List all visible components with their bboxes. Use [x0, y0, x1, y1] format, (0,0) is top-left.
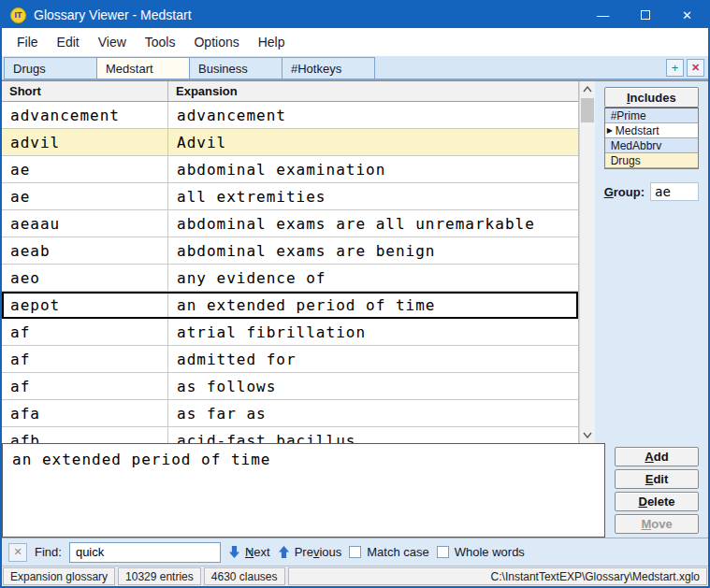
- find-previous-label: Previous: [295, 545, 342, 559]
- menu-item[interactable]: Tools: [136, 31, 185, 53]
- cell-expansion: advancement: [168, 102, 578, 128]
- include-item[interactable]: ▶ Medstart: [605, 123, 698, 138]
- cell-expansion: as follows: [168, 373, 578, 399]
- expansion-preview: an extended period of time: [2, 443, 605, 538]
- cell-short: aeab: [2, 237, 168, 264]
- scroll-down-icon[interactable]: [580, 427, 595, 443]
- menu-item[interactable]: View: [89, 31, 136, 53]
- previous-arrow-icon: [278, 545, 290, 559]
- scrollbar-thumb[interactable]: [581, 98, 594, 122]
- maximize-button[interactable]: [624, 2, 666, 28]
- table-row[interactable]: afb acid-fast bacillus: [2, 427, 578, 443]
- scroll-up-icon[interactable]: [580, 81, 595, 97]
- minimize-button[interactable]: —: [582, 2, 624, 28]
- cell-short: af: [2, 373, 168, 399]
- edit-button[interactable]: Edit: [615, 469, 699, 489]
- tab-label: Medstart: [106, 62, 153, 76]
- whole-words-option[interactable]: Whole words: [437, 545, 525, 559]
- tab-label: #Hotkeys: [291, 62, 341, 76]
- cell-expansion: Advil: [168, 129, 578, 155]
- find-close-button[interactable]: ✕: [8, 543, 27, 562]
- match-case-checkbox[interactable]: [349, 546, 361, 558]
- include-label: #Prime: [611, 109, 646, 122]
- group-input[interactable]: [650, 182, 699, 201]
- menu-item[interactable]: Edit: [48, 31, 89, 53]
- table-row[interactable]: aeab abdominal exams are benign: [2, 237, 578, 265]
- close-button[interactable]: ✕: [666, 2, 708, 28]
- includes-button[interactable]: Includes: [604, 87, 699, 108]
- table-row[interactable]: aeo any evidence of: [2, 265, 578, 292]
- maximize-icon: [641, 10, 650, 20]
- match-case-label: Match case: [367, 545, 428, 559]
- column-header-short[interactable]: Short: [2, 81, 168, 101]
- include-item[interactable]: ▶ MedAbbrv: [605, 138, 698, 153]
- table-row[interactable]: af atrial fibrillation: [2, 319, 578, 346]
- app-window: IT Glossary Viewer - Medstart — ✕ File E…: [0, 0, 710, 588]
- window-title: Glossary Viewer - Medstart: [34, 7, 582, 22]
- glossary-table: Short Expansion advancement advancement …: [2, 81, 595, 443]
- find-label: Find:: [35, 545, 62, 559]
- glossary-grid: Short Expansion advancement advancement …: [2, 81, 579, 443]
- move-button: Move: [615, 514, 699, 534]
- include-label: Medstart: [616, 124, 659, 137]
- cell-short: aepot: [2, 292, 168, 318]
- include-label: Drugs: [611, 154, 641, 167]
- cell-short: af: [2, 346, 168, 372]
- group-row: Group:: [604, 182, 699, 201]
- clauses-count-status: 4630 clauses: [204, 567, 285, 585]
- main-area: Short Expansion advancement advancement …: [2, 80, 708, 443]
- table-row[interactable]: aeaau abdominal exams are all unremarkab…: [2, 210, 578, 237]
- group-label: Group:: [604, 185, 645, 199]
- title-bar: IT Glossary Viewer - Medstart — ✕: [2, 2, 708, 28]
- cell-expansion: abdominal exams are benign: [168, 237, 578, 264]
- cell-expansion: an extended period of time: [168, 292, 578, 318]
- find-combobox[interactable]: ▼: [69, 542, 221, 563]
- find-bar: ✕ Find: ▼ Next Previous Match case Whole…: [2, 538, 708, 566]
- close-tab-button[interactable]: ✕: [687, 59, 704, 77]
- cell-short: ae: [2, 183, 168, 209]
- glossary-tab[interactable]: Drugs: [4, 57, 97, 79]
- glossary-tab[interactable]: Business: [189, 57, 283, 79]
- action-buttons: Add Edit Delete Move: [605, 443, 708, 538]
- whole-words-checkbox[interactable]: [437, 546, 449, 558]
- cell-expansion: abdominal exams are all unremarkable: [168, 210, 578, 237]
- cell-expansion: acid-fast bacillus: [168, 427, 578, 443]
- table-row[interactable]: aepot an extended period of time: [2, 292, 578, 319]
- entries-count-status: 10329 entries: [118, 567, 201, 585]
- status-bar: Expansion glossary 10329 entries 4630 cl…: [2, 566, 708, 586]
- table-row[interactable]: ae abdominal examination: [2, 156, 578, 183]
- include-item[interactable]: ▶ Drugs: [605, 153, 698, 168]
- cell-short: afb: [2, 427, 168, 443]
- includes-panel: Includes ▶ #Prime ▶ Medstart ▶ MedAbbrv: [595, 81, 708, 443]
- glossary-tab[interactable]: #Hotkeys: [282, 57, 375, 79]
- cell-short: aeaau: [2, 210, 168, 237]
- glossary-type-status: Expansion glossary: [3, 567, 115, 585]
- tab-spacer: [375, 57, 662, 79]
- add-tab-button[interactable]: +: [666, 59, 684, 77]
- add-button[interactable]: Add: [615, 447, 699, 466]
- table-row[interactable]: afa as far as: [2, 400, 578, 427]
- table-row[interactable]: advil Advil: [2, 129, 578, 156]
- table-row[interactable]: ae all extremities: [2, 183, 578, 210]
- file-path-status: C:\InstantTextEXP\Glossary\Medstart.xglo: [288, 567, 707, 585]
- table-header: Short Expansion: [2, 81, 578, 102]
- include-item[interactable]: ▶ #Prime: [605, 108, 698, 123]
- menu-item[interactable]: Options: [184, 31, 248, 53]
- delete-button[interactable]: Delete: [615, 492, 699, 511]
- find-next[interactable]: Next: [228, 545, 270, 559]
- table-row[interactable]: af as follows: [2, 373, 578, 400]
- table-row[interactable]: advancement advancement: [2, 102, 578, 129]
- glossary-tab[interactable]: Medstart: [96, 57, 190, 79]
- find-input[interactable]: [70, 545, 246, 559]
- menu-item[interactable]: Help: [249, 31, 295, 53]
- column-header-expansion[interactable]: Expansion: [168, 81, 578, 101]
- tab-label: Drugs: [13, 62, 46, 76]
- include-label: MedAbbrv: [611, 139, 662, 152]
- table-scrollbar[interactable]: [579, 81, 595, 443]
- cell-expansion: atrial fibrillation: [168, 319, 578, 345]
- table-row[interactable]: af admitted for: [2, 346, 578, 373]
- menu-item[interactable]: File: [7, 31, 48, 53]
- find-previous[interactable]: Previous: [278, 545, 342, 559]
- cell-expansion: all extremities: [168, 183, 578, 209]
- match-case-option[interactable]: Match case: [349, 545, 428, 559]
